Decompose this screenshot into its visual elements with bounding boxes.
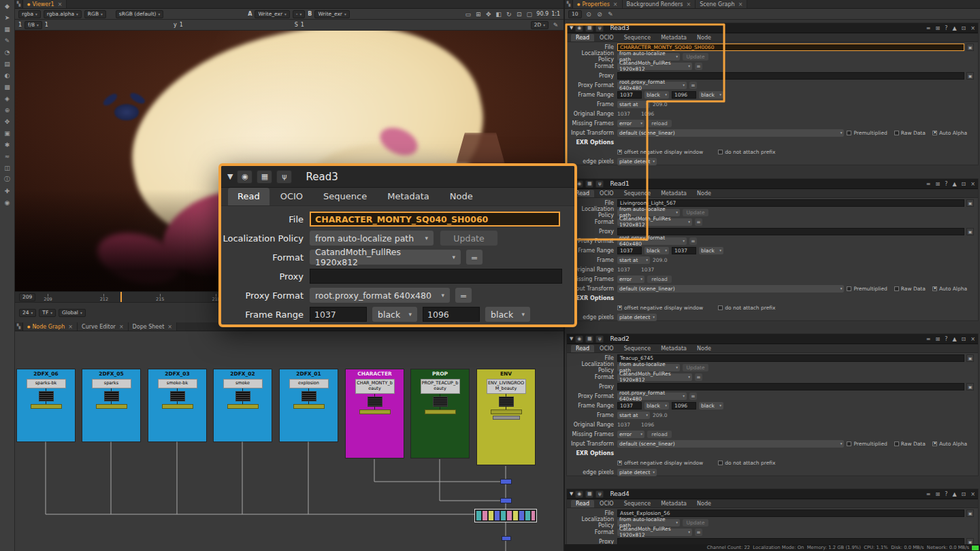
menu-icon[interactable]: ≡ [926, 181, 931, 187]
proxy-format-expression-button[interactable]: = [689, 393, 697, 400]
help-icon[interactable]: ? [945, 491, 947, 497]
alpha-layer-dropdown[interactable]: rgba.alpha ▾ [44, 10, 82, 18]
proxy-format-dropdown[interactable]: root.proxy_format 640x480 ▾ [617, 393, 687, 400]
swatch-icon[interactable]: ◉ [575, 490, 583, 498]
maximize-icon[interactable]: ⊡ [962, 491, 966, 497]
particles-tool-icon[interactable]: ✱ [1, 139, 14, 150]
backdrop-node[interactable]: 2DFX_03 smoke-bk [148, 369, 206, 441]
image-tool-icon[interactable]: ▦ [1, 24, 14, 34]
postage-stamp[interactable] [104, 391, 119, 401]
backdrop-node[interactable]: 2DFX_01 explosion [280, 369, 338, 441]
proxy-input[interactable] [617, 383, 964, 390]
close-tab-icon[interactable]: × [613, 1, 618, 7]
premultiplied-checkbox[interactable] [847, 286, 851, 291]
tab-read[interactable]: Read [571, 34, 594, 41]
proxy-format-expression-button[interactable]: = [689, 82, 697, 89]
read-node[interactable]: CHAR_MONTY_beauty [355, 379, 395, 394]
edge-pixels-dropdown[interactable]: plate detect ▾ [617, 314, 657, 321]
proxy-input[interactable] [617, 538, 964, 545]
tab-sequence[interactable]: Sequence [314, 188, 376, 205]
focus-panel-icon[interactable]: ⊙ [585, 10, 593, 18]
format-expression-button[interactable]: = [466, 250, 483, 265]
frame-display-icon[interactable]: ⊡ [514, 10, 523, 18]
expand-icon[interactable]: ▼ [570, 491, 573, 497]
plug-icon[interactable]: ψ [595, 24, 604, 32]
frame-mode-dropdown[interactable]: start at ▾ [617, 412, 650, 419]
selected-merge-node[interactable] [474, 509, 537, 522]
stamp-icon[interactable]: ▦ [585, 24, 593, 32]
wipe-icon[interactable]: ◧ [494, 10, 503, 18]
keyer-tool-icon[interactable]: ◈ [1, 93, 14, 103]
other-tool-icon[interactable]: ◉ [1, 197, 14, 207]
clear-panels-icon[interactable]: ⊘ [595, 10, 604, 18]
dot-node[interactable] [500, 498, 512, 503]
localization-policy-dropdown[interactable]: from auto-localize path ▾ [617, 519, 680, 527]
tab-ocio[interactable]: OCIO [271, 188, 312, 205]
postage-stamp[interactable] [499, 397, 514, 407]
file-browse-icon[interactable]: ▣ [966, 44, 974, 51]
file-input[interactable]: CHARACTER_MONTY_SQ040_SH0060 [310, 212, 560, 227]
close-tab-icon[interactable]: × [686, 1, 691, 7]
maximize-icon[interactable]: ⊡ [962, 25, 966, 31]
frame-range-end-mode-dropdown[interactable]: black ▾ [699, 402, 723, 410]
localization-policy-dropdown[interactable]: from auto-localize path ▾ [617, 364, 680, 371]
close-tab-icon[interactable]: × [738, 1, 743, 7]
update-button[interactable]: Update [683, 364, 708, 371]
offset-negative-checkbox[interactable] [617, 305, 622, 310]
tab-metadata[interactable]: Metadata [378, 188, 439, 205]
postage-stamp[interactable] [433, 397, 448, 407]
backdrop-node[interactable]: 2DFX_02 smoke [214, 369, 272, 441]
file-input[interactable]: CHARACTER_MONTY_SQ040_SH0060 [617, 44, 964, 51]
input-transform-dropdown[interactable]: default (scene_linear) ▾ [617, 129, 844, 137]
minimize-icon[interactable]: ▲ [952, 181, 956, 187]
proxy-format-expression-button[interactable]: = [689, 237, 697, 245]
3d-tool-icon[interactable]: ▣ [1, 128, 14, 138]
file-browse-icon[interactable]: ▣ [966, 510, 974, 517]
tab-ocio[interactable]: OCIO [595, 34, 619, 41]
panel-header[interactable]: ▼ ◉ ▦ ψ Read3 ≡ ⊞ ? ▲ ⊡ × [567, 23, 978, 33]
channel-tool-icon[interactable]: ▤ [1, 59, 14, 69]
tab-node[interactable]: Node [692, 190, 716, 197]
pane-tab[interactable]: ● Scene Graph × [696, 0, 747, 8]
frame-range-end-mode-dropdown[interactable]: black ▾ [699, 247, 723, 254]
shuffle-node[interactable] [96, 404, 127, 409]
fullscreen-icon[interactable]: ▢ [525, 10, 534, 18]
close-icon[interactable]: × [970, 25, 975, 31]
pane-menu-icon[interactable]: ▚ [15, 0, 23, 8]
tab-metadata[interactable]: Metadata [656, 34, 691, 41]
format-dropdown[interactable]: CatandMoth_FullRes 1920x812 ▾ [310, 250, 461, 265]
fstop-dropdown[interactable]: f/8 ▾ [24, 21, 42, 29]
input-transform-dropdown[interactable]: default (scene_linear) ▾ [617, 285, 844, 293]
proxy-browse-icon[interactable]: ▣ [966, 383, 974, 390]
shuffle-node[interactable] [227, 404, 259, 409]
expand-icon[interactable]: ▼ [570, 25, 573, 31]
frame-value[interactable]: 209.0 [653, 257, 667, 263]
gamma-value[interactable]: 1 [180, 22, 183, 28]
shuffle-node[interactable] [31, 404, 62, 409]
tab-sequence[interactable]: Sequence [619, 190, 655, 197]
maximize-icon[interactable]: ⊡ [962, 336, 966, 342]
premultiplied-checkbox[interactable] [847, 441, 851, 446]
tab-node[interactable]: Node [692, 500, 716, 507]
expand-icon[interactable]: ▼ [227, 172, 233, 181]
close-tab-icon[interactable]: × [119, 324, 124, 330]
update-button[interactable]: Update [440, 231, 497, 246]
backdrop-node[interactable]: PROP PROP_TEACUP_beauty [411, 369, 469, 458]
raw-data-checkbox[interactable] [894, 441, 899, 446]
float-panel-icon[interactable]: ⊞ [935, 336, 940, 342]
grid-warp-icon[interactable]: ⊞ [474, 10, 483, 18]
viewer-process-dropdown[interactable]: sRGB (default) ▾ [116, 10, 163, 18]
read-node[interactable]: sparks-bk [27, 379, 66, 388]
tab-ocio[interactable]: OCIO [595, 190, 619, 197]
auto-alpha-checkbox[interactable] [932, 131, 937, 135]
merge-tool-icon[interactable]: ⊕ [1, 105, 14, 115]
proxy-format-dropdown[interactable]: root.proxy_format 640x480 ▾ [617, 237, 687, 245]
frame-range-start-mode-dropdown[interactable]: black ▾ [644, 402, 669, 410]
read-node[interactable]: smoke [223, 379, 263, 388]
time-tool-icon[interactable]: ◔ [1, 47, 14, 57]
plug-icon[interactable]: ψ [276, 170, 292, 184]
auto-alpha-checkbox[interactable] [932, 441, 937, 446]
sat-value[interactable]: 1 [301, 22, 304, 28]
minimize-icon[interactable]: ▲ [952, 491, 956, 497]
tab-read[interactable]: Read [571, 500, 594, 507]
